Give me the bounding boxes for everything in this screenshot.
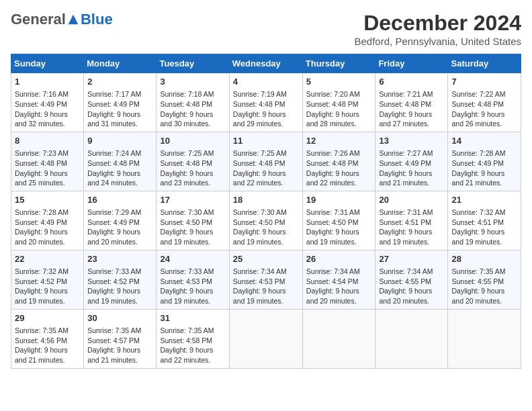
logo-general-text: General xyxy=(11,11,66,28)
calendar-cell: 31Sunrise: 7:35 AM Sunset: 4:58 PM Dayli… xyxy=(157,309,229,368)
calendar-cell: 15Sunrise: 7:28 AM Sunset: 4:49 PM Dayli… xyxy=(11,191,84,250)
calendar-cell: 9Sunrise: 7:24 AM Sunset: 4:48 PM Daylig… xyxy=(84,132,157,191)
calendar-cell: 18Sunrise: 7:30 AM Sunset: 4:50 PM Dayli… xyxy=(229,191,302,250)
day-number: 30 xyxy=(87,312,152,324)
day-number: 2 xyxy=(87,76,152,88)
column-header-saturday: Saturday xyxy=(448,54,521,73)
page-header: General Blue December 2024 Bedford, Penn… xyxy=(11,11,521,47)
column-header-friday: Friday xyxy=(375,54,448,73)
location-text: Bedford, Pennsylvania, United States xyxy=(355,36,521,47)
calendar-cell: 4Sunrise: 7:19 AM Sunset: 4:48 PM Daylig… xyxy=(229,73,302,132)
calendar-cell: 14Sunrise: 7:28 AM Sunset: 4:49 PM Dayli… xyxy=(448,132,521,191)
day-info: Sunrise: 7:29 AM Sunset: 4:49 PM Dayligh… xyxy=(87,208,152,247)
day-number: 26 xyxy=(306,253,372,265)
day-number: 14 xyxy=(451,135,517,147)
day-info: Sunrise: 7:18 AM Sunset: 4:48 PM Dayligh… xyxy=(160,89,225,129)
day-info: Sunrise: 7:23 AM Sunset: 4:48 PM Dayligh… xyxy=(15,148,80,188)
calendar-week-row: 1Sunrise: 7:16 AM Sunset: 4:49 PM Daylig… xyxy=(11,73,521,132)
day-info: Sunrise: 7:17 AM Sunset: 4:49 PM Dayligh… xyxy=(87,89,152,129)
day-number: 1 xyxy=(15,76,80,88)
calendar-cell: 22Sunrise: 7:32 AM Sunset: 4:52 PM Dayli… xyxy=(11,250,84,309)
day-number: 20 xyxy=(379,194,444,206)
calendar-week-row: 22Sunrise: 7:32 AM Sunset: 4:52 PM Dayli… xyxy=(11,250,521,309)
calendar-header-row: SundayMondayTuesdayWednesdayThursdayFrid… xyxy=(11,54,521,73)
calendar-cell: 30Sunrise: 7:35 AM Sunset: 4:57 PM Dayli… xyxy=(84,309,157,368)
logo-icon xyxy=(67,13,79,26)
day-number: 3 xyxy=(160,76,225,88)
calendar-cell: 21Sunrise: 7:32 AM Sunset: 4:51 PM Dayli… xyxy=(448,191,521,250)
calendar-cell xyxy=(229,309,302,368)
day-number: 10 xyxy=(160,135,225,147)
day-info: Sunrise: 7:32 AM Sunset: 4:52 PM Dayligh… xyxy=(15,267,80,306)
day-number: 15 xyxy=(15,194,80,206)
calendar-cell: 20Sunrise: 7:31 AM Sunset: 4:51 PM Dayli… xyxy=(375,191,448,250)
calendar-cell: 24Sunrise: 7:33 AM Sunset: 4:53 PM Dayli… xyxy=(157,250,229,309)
day-info: Sunrise: 7:31 AM Sunset: 4:50 PM Dayligh… xyxy=(306,208,372,247)
day-info: Sunrise: 7:26 AM Sunset: 4:48 PM Dayligh… xyxy=(306,148,372,188)
day-info: Sunrise: 7:35 AM Sunset: 4:58 PM Dayligh… xyxy=(160,326,225,365)
calendar-week-row: 8Sunrise: 7:23 AM Sunset: 4:48 PM Daylig… xyxy=(11,132,521,191)
calendar-cell: 19Sunrise: 7:31 AM Sunset: 4:50 PM Dayli… xyxy=(302,191,375,250)
calendar-cell: 23Sunrise: 7:33 AM Sunset: 4:52 PM Dayli… xyxy=(84,250,157,309)
column-header-monday: Monday xyxy=(84,54,157,73)
day-info: Sunrise: 7:25 AM Sunset: 4:48 PM Dayligh… xyxy=(233,148,299,188)
day-info: Sunrise: 7:27 AM Sunset: 4:49 PM Dayligh… xyxy=(379,148,444,188)
day-number: 18 xyxy=(233,194,299,206)
day-number: 22 xyxy=(15,253,80,265)
day-info: Sunrise: 7:31 AM Sunset: 4:51 PM Dayligh… xyxy=(379,208,444,247)
day-number: 19 xyxy=(306,194,372,206)
calendar-cell: 29Sunrise: 7:35 AM Sunset: 4:56 PM Dayli… xyxy=(11,309,84,368)
day-info: Sunrise: 7:21 AM Sunset: 4:48 PM Dayligh… xyxy=(379,89,444,129)
calendar-cell: 1Sunrise: 7:16 AM Sunset: 4:49 PM Daylig… xyxy=(11,73,84,132)
calendar-cell: 13Sunrise: 7:27 AM Sunset: 4:49 PM Dayli… xyxy=(375,132,448,191)
calendar-cell: 3Sunrise: 7:18 AM Sunset: 4:48 PM Daylig… xyxy=(157,73,229,132)
calendar-cell: 5Sunrise: 7:20 AM Sunset: 4:48 PM Daylig… xyxy=(302,73,375,132)
day-info: Sunrise: 7:24 AM Sunset: 4:48 PM Dayligh… xyxy=(87,148,152,188)
day-info: Sunrise: 7:33 AM Sunset: 4:52 PM Dayligh… xyxy=(87,267,152,306)
calendar-cell: 8Sunrise: 7:23 AM Sunset: 4:48 PM Daylig… xyxy=(11,132,84,191)
day-number: 27 xyxy=(379,253,444,265)
calendar-cell: 12Sunrise: 7:26 AM Sunset: 4:48 PM Dayli… xyxy=(302,132,375,191)
calendar-cell: 17Sunrise: 7:30 AM Sunset: 4:50 PM Dayli… xyxy=(157,191,229,250)
day-number: 4 xyxy=(233,76,299,88)
day-info: Sunrise: 7:22 AM Sunset: 4:48 PM Dayligh… xyxy=(451,89,517,129)
calendar-cell: 7Sunrise: 7:22 AM Sunset: 4:48 PM Daylig… xyxy=(448,73,521,132)
calendar-cell xyxy=(302,309,375,368)
day-info: Sunrise: 7:25 AM Sunset: 4:48 PM Dayligh… xyxy=(160,148,225,188)
day-number: 17 xyxy=(160,194,225,206)
day-number: 31 xyxy=(160,312,225,324)
svg-marker-0 xyxy=(69,15,78,24)
calendar-cell: 28Sunrise: 7:35 AM Sunset: 4:55 PM Dayli… xyxy=(448,250,521,309)
logo: General Blue xyxy=(11,11,113,28)
calendar-cell: 6Sunrise: 7:21 AM Sunset: 4:48 PM Daylig… xyxy=(375,73,448,132)
calendar-table: SundayMondayTuesdayWednesdayThursdayFrid… xyxy=(11,54,521,369)
day-number: 11 xyxy=(233,135,299,147)
day-info: Sunrise: 7:16 AM Sunset: 4:49 PM Dayligh… xyxy=(15,89,80,129)
day-number: 12 xyxy=(306,135,372,147)
day-info: Sunrise: 7:32 AM Sunset: 4:51 PM Dayligh… xyxy=(451,208,517,247)
column-header-wednesday: Wednesday xyxy=(229,54,302,73)
day-number: 6 xyxy=(379,76,444,88)
calendar-cell xyxy=(375,309,448,368)
day-number: 25 xyxy=(233,253,299,265)
day-number: 9 xyxy=(87,135,152,147)
day-number: 7 xyxy=(451,76,517,88)
day-info: Sunrise: 7:28 AM Sunset: 4:49 PM Dayligh… xyxy=(451,148,517,188)
column-header-thursday: Thursday xyxy=(302,54,375,73)
day-info: Sunrise: 7:30 AM Sunset: 4:50 PM Dayligh… xyxy=(233,208,299,247)
day-info: Sunrise: 7:35 AM Sunset: 4:55 PM Dayligh… xyxy=(451,267,517,306)
calendar-cell: 16Sunrise: 7:29 AM Sunset: 4:49 PM Dayli… xyxy=(84,191,157,250)
day-number: 13 xyxy=(379,135,444,147)
column-header-sunday: Sunday xyxy=(11,54,84,73)
day-info: Sunrise: 7:20 AM Sunset: 4:48 PM Dayligh… xyxy=(306,89,372,129)
calendar-cell: 26Sunrise: 7:34 AM Sunset: 4:54 PM Dayli… xyxy=(302,250,375,309)
day-info: Sunrise: 7:35 AM Sunset: 4:56 PM Dayligh… xyxy=(15,326,80,365)
logo-blue-text: Blue xyxy=(81,11,113,28)
calendar-cell: 27Sunrise: 7:34 AM Sunset: 4:55 PM Dayli… xyxy=(375,250,448,309)
calendar-week-row: 15Sunrise: 7:28 AM Sunset: 4:49 PM Dayli… xyxy=(11,191,521,250)
day-number: 8 xyxy=(15,135,80,147)
day-info: Sunrise: 7:34 AM Sunset: 4:54 PM Dayligh… xyxy=(306,267,372,306)
calendar-cell xyxy=(448,309,521,368)
day-info: Sunrise: 7:34 AM Sunset: 4:55 PM Dayligh… xyxy=(379,267,444,306)
day-number: 24 xyxy=(160,253,225,265)
